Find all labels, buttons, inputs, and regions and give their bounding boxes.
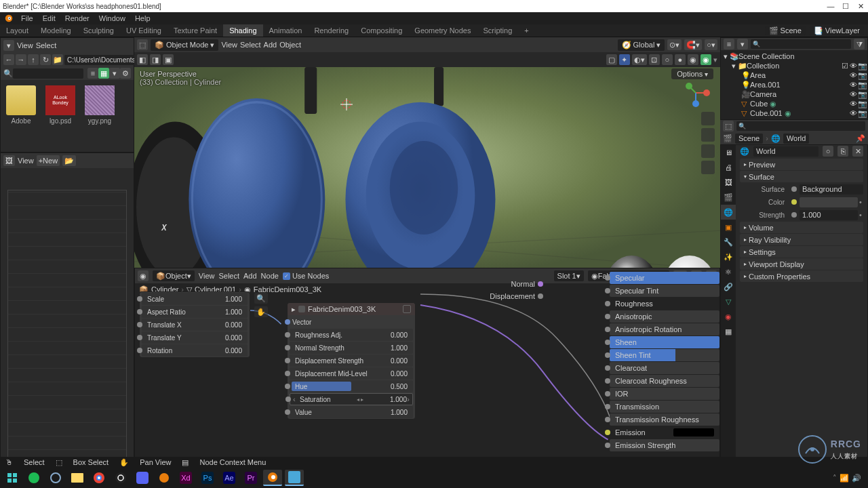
world-link-icon[interactable]: 🌐 bbox=[740, 147, 749, 156]
xray-icon[interactable]: ⊡ bbox=[649, 54, 660, 65]
ptab-constraint-icon[interactable]: 🔗 bbox=[721, 279, 736, 294]
tray-wifi-icon[interactable]: 📶 bbox=[840, 474, 849, 483]
nav-newfolder-icon[interactable]: 📁 bbox=[52, 54, 63, 65]
file-item-folder[interactable]: Adobe bbox=[6, 85, 36, 125]
nav-gizmo[interactable] bbox=[681, 78, 711, 108]
menu-window[interactable]: Window bbox=[94, 14, 130, 22]
tb-explorer-icon[interactable] bbox=[68, 470, 87, 486]
viewlayer-dropdown[interactable]: 📑 ViewLayer bbox=[810, 26, 864, 35]
filter-icon[interactable]: ⚙ bbox=[120, 68, 131, 79]
tab-add[interactable]: + bbox=[518, 24, 534, 37]
ie-view[interactable]: View bbox=[18, 157, 34, 165]
image-editor-icon[interactable]: 🖼 bbox=[3, 155, 15, 166]
coll-vis-icon[interactable]: 👁 bbox=[850, 62, 856, 70]
ptab-render-icon[interactable]: 🖥 bbox=[721, 145, 736, 160]
sel-vert-icon[interactable]: ◧ bbox=[137, 54, 148, 65]
display-list-icon[interactable]: ≡ bbox=[87, 68, 98, 79]
tab-uv[interactable]: UV Editing bbox=[120, 24, 167, 37]
tab-anim[interactable]: Animation bbox=[263, 24, 309, 37]
fb-search-input[interactable] bbox=[13, 68, 83, 79]
tb-pr-icon[interactable]: Pr bbox=[241, 470, 260, 486]
ptab-particle-icon[interactable]: ✨ bbox=[721, 249, 736, 264]
pivot-icon[interactable]: ⊙▾ bbox=[667, 39, 682, 50]
fb-view-menu[interactable]: View bbox=[17, 41, 33, 49]
outliner-type-icon[interactable]: ≡ bbox=[724, 39, 734, 49]
tb-spotify-icon[interactable] bbox=[24, 470, 43, 486]
tb-chrome-icon[interactable] bbox=[90, 470, 108, 486]
ptab-texture-icon[interactable]: ▦ bbox=[721, 324, 736, 339]
tray-vol-icon[interactable]: 🔊 bbox=[852, 474, 861, 483]
maximize-icon[interactable]: ☐ bbox=[841, 1, 850, 11]
tab-shading[interactable]: Shading bbox=[223, 24, 262, 37]
tb-xd-icon[interactable]: Xd bbox=[176, 470, 195, 486]
ptab-data-icon[interactable]: ▽ bbox=[721, 294, 736, 309]
sec-rayvis[interactable]: Ray Visibility bbox=[740, 234, 863, 245]
slot-dd[interactable]: Slot 1 ▾ bbox=[554, 270, 584, 281]
node-principled-bsdf[interactable]: Specular Specular Tint Roughness Anisotr… bbox=[610, 272, 719, 452]
menu-edit[interactable]: Edit bbox=[38, 14, 60, 22]
surface-value[interactable]: Background bbox=[800, 184, 863, 195]
shade-solid-icon[interactable]: ● bbox=[675, 54, 686, 65]
move-view-icon[interactable] bbox=[701, 128, 715, 142]
item-area[interactable]: 💡Area👁📷 bbox=[724, 70, 865, 80]
propedit-icon[interactable]: ○▾ bbox=[705, 39, 717, 50]
item-cube[interactable]: ▽Cube◉👁📷 bbox=[724, 99, 865, 108]
tb-ae-icon[interactable]: Ae bbox=[220, 470, 239, 486]
ie-new[interactable]: + New bbox=[37, 155, 60, 166]
pan-graph-icon[interactable]: ✋ bbox=[254, 306, 268, 317]
item-camera[interactable]: 🎥Camera👁📷 bbox=[724, 89, 865, 99]
sel-edge-icon[interactable]: ◨ bbox=[150, 54, 161, 65]
overlay-sel-icon[interactable]: ▢ bbox=[606, 54, 617, 65]
nav-up-icon[interactable]: ↑ bbox=[28, 54, 39, 65]
tb-app-icon[interactable] bbox=[285, 470, 304, 486]
ne-view[interactable]: View bbox=[199, 272, 215, 280]
world-copy-icon[interactable]: ⎘ bbox=[837, 146, 848, 157]
vp-add[interactable]: Add bbox=[264, 41, 277, 49]
start-icon[interactable] bbox=[3, 470, 22, 486]
vp-object[interactable]: Object bbox=[279, 41, 301, 49]
menu-file[interactable]: File bbox=[16, 14, 38, 22]
socket-normal[interactable] bbox=[538, 281, 543, 287]
menu-help[interactable]: Help bbox=[130, 14, 155, 22]
sel-face-icon[interactable]: ▣ bbox=[163, 54, 174, 65]
node-fabric[interactable]: ▸ FabricDenim003_3K Vector Roughness Adj… bbox=[287, 302, 416, 420]
menu-render[interactable]: Render bbox=[60, 14, 94, 22]
prop-world-dd[interactable]: World bbox=[783, 134, 810, 144]
scene-dropdown[interactable]: 🎬 Scene bbox=[765, 26, 806, 35]
tab-sculpting[interactable]: Sculpting bbox=[77, 24, 120, 37]
sec-custom[interactable]: Custom Properties bbox=[740, 270, 863, 282]
sort-icon[interactable]: ▾ bbox=[109, 68, 120, 79]
shade-render-icon[interactable]: ◉ bbox=[701, 54, 711, 65]
display-grid-icon[interactable]: ▦ bbox=[98, 68, 109, 79]
close-icon[interactable]: ✕ bbox=[856, 1, 865, 11]
item-cube001[interactable]: ▽Cube.001◉👁📷 bbox=[724, 108, 865, 118]
ptab-modifier-icon[interactable]: 🔧 bbox=[721, 235, 736, 249]
color-socket-icon[interactable] bbox=[791, 199, 797, 205]
shade-matprev-icon[interactable]: ◉ bbox=[688, 54, 698, 65]
shade-wire-icon[interactable]: ○ bbox=[662, 54, 673, 65]
tab-texpaint[interactable]: Texture Paint bbox=[167, 24, 223, 37]
tb-blender2-icon[interactable] bbox=[155, 470, 174, 486]
sec-volume[interactable]: Volume bbox=[740, 222, 863, 233]
use-nodes-checkbox[interactable]: ✓Use Nodes bbox=[283, 272, 329, 280]
ie-open-icon[interactable]: 📂 bbox=[62, 155, 76, 166]
world-del-icon[interactable]: ✕ bbox=[852, 146, 863, 157]
ptab-physics-icon[interactable]: ⚛ bbox=[721, 264, 736, 279]
shade-dd-icon[interactable]: ▾ bbox=[713, 56, 717, 64]
overlay-gizmo-icon[interactable]: ✦ bbox=[619, 54, 630, 65]
vp-select[interactable]: Select bbox=[240, 41, 261, 49]
sec-vpdisplay[interactable]: Viewport Display bbox=[740, 258, 863, 270]
tab-comp[interactable]: Compositing bbox=[355, 24, 408, 37]
ne-add[interactable]: Add bbox=[243, 272, 257, 280]
zoom-icon[interactable] bbox=[701, 112, 715, 125]
persp-toggle-icon[interactable] bbox=[701, 161, 715, 174]
file-item-psd[interactable]: ALookBondey lgo.psd bbox=[45, 85, 75, 125]
nav-back-icon[interactable]: ← bbox=[3, 54, 14, 65]
tab-geonodes[interactable]: Geometry Nodes bbox=[408, 24, 477, 37]
sec-preview[interactable]: Preview bbox=[740, 159, 863, 170]
ne-select[interactable]: Select bbox=[218, 272, 239, 280]
ne-node[interactable]: Node bbox=[261, 272, 279, 280]
snap-icon[interactable]: 🧲▾ bbox=[684, 39, 702, 50]
tb-discord-icon[interactable] bbox=[133, 470, 152, 486]
node-preview-icon[interactable] bbox=[298, 306, 305, 312]
